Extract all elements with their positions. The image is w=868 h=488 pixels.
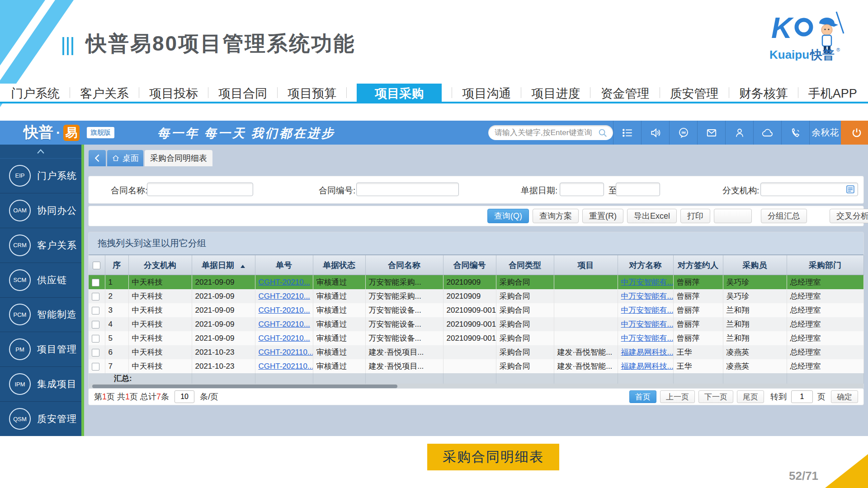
pager-button-首页[interactable]: 首页 [629,390,656,403]
column-header-采购员[interactable]: 采购员 [723,255,787,275]
column-header-项目[interactable]: 项目 [554,255,618,275]
column-header-对方签约人[interactable]: 对方签约人 [673,255,723,275]
top-nav-item[interactable]: 门户系统 [11,84,60,102]
party-link[interactable]: 福建易网科技... [621,348,674,357]
search-icon[interactable] [598,128,608,138]
search-input[interactable] [494,128,598,138]
row-checkbox[interactable] [92,363,99,371]
sidebar-item-ipm[interactable]: IPM集成项目 [0,367,81,402]
column-header-分支机构[interactable]: 分支机构 [128,255,192,275]
contract-name-input[interactable] [147,183,253,196]
tab-purchase-contract-detail[interactable]: 采购合同明细表 [145,150,212,166]
date-from-input[interactable] [560,183,604,196]
toolbar-button-重置(R)[interactable]: 重置(R) [582,209,623,223]
column-header-单据日期[interactable]: 单据日期 [192,255,255,275]
row-checkbox[interactable] [92,349,99,357]
table-row[interactable]: 5中天科技2021-09-09CGHT-20210...审核通过万安智能设备..… [89,331,863,345]
sidebar-item-crm[interactable]: CRM客户关系 [0,228,81,263]
table-row[interactable]: 7中天科技2021-10-23CGHT-202110...审核通过建发·吾悦项目… [89,359,863,373]
party-link[interactable]: 福建易网科技... [621,362,674,371]
group-drop-zone[interactable]: 拖拽列头到这里以用它分组 [89,232,863,255]
doc-no-link[interactable]: CGHT-20210... [259,334,310,343]
column-header-合同名称[interactable]: 合同名称 [365,255,443,275]
scrollbar-thumb[interactable] [92,385,397,388]
toolbar-button-查询方案[interactable]: 查询方案 [533,209,579,223]
row-checkbox[interactable] [92,279,99,286]
row-checkbox[interactable] [92,293,99,300]
column-header-采购部门[interactable]: 采购部门 [787,255,863,275]
top-nav-item[interactable]: 项目预算 [288,84,336,102]
branch-picker-icon[interactable] [846,185,854,193]
column-header-序[interactable]: 序 [105,255,128,275]
row-checkbox[interactable] [92,335,99,343]
user-icon[interactable] [725,121,753,145]
back-button[interactable] [89,150,106,166]
confirm-button[interactable]: 确定 [831,390,858,403]
doc-no-link[interactable]: CGHT-20210... [259,306,310,314]
sidebar-item-pm[interactable]: PM项目管理 [0,332,81,367]
top-nav-item[interactable]: 财务核算 [739,84,788,102]
column-header-单据状态[interactable]: 单据状态 [313,255,365,275]
table-row[interactable]: 6中天科技2021-10-23CGHT-202110...审核通过建发·吾悦项目… [89,345,863,359]
sidebar-collapse-button[interactable] [0,145,81,159]
select-all-header[interactable] [89,255,105,275]
row-checkbox[interactable] [92,307,99,314]
table-row[interactable]: 4中天科技2021-09-09CGHT-20210...审核通过万安智能设备..… [89,317,863,331]
top-nav-item[interactable]: 项目采购 [357,84,442,102]
party-link[interactable]: 中万安智能有... [621,334,674,343]
column-header-单号[interactable]: 单号 [255,255,313,275]
sidebar-item-scm[interactable]: SCM供应链 [0,263,81,298]
top-nav-item[interactable]: 客户关系 [80,84,129,102]
list-icon[interactable] [613,121,641,145]
party-link[interactable]: 中万安智能有... [621,278,674,286]
sound-icon[interactable] [641,121,669,145]
sidebar-item-oam[interactable]: OAM协同办公 [0,193,81,228]
im-icon[interactable]: IM [669,121,697,145]
pager-button-尾页[interactable]: 尾页 [737,390,764,403]
table-row[interactable]: 2中天科技2021-09-09CGHT-20210...审核通过万安智能采购..… [89,289,863,303]
branch-input[interactable] [760,183,858,196]
goto-page-input[interactable] [791,390,813,403]
top-nav-item[interactable]: 项目投标 [149,84,198,102]
toolbar-button-分组汇总[interactable]: 分组汇总 [761,209,807,223]
top-nav-item[interactable]: 手机APP [808,84,857,102]
logout-power-button[interactable] [841,121,868,145]
toolbar-button-导出Excel[interactable]: 导出Excel [627,209,677,223]
page-size-input[interactable] [175,390,194,403]
date-to-input[interactable] [616,183,660,196]
global-search[interactable] [488,125,613,140]
username[interactable]: 余秋花 [809,121,841,145]
sidebar-item-pcm[interactable]: PCM智能制造 [0,298,81,333]
column-header-合同类型[interactable]: 合同类型 [496,255,554,275]
contract-code-input[interactable] [356,183,459,196]
sidebar-item-qsm[interactable]: QSM质安管理 [0,402,81,436]
column-header-合同编号[interactable]: 合同编号 [443,255,496,275]
toolbar-button-打印[interactable]: 打印 [680,209,710,223]
top-nav-item[interactable]: 资金管理 [601,84,650,102]
cloud-icon[interactable] [753,121,781,145]
top-nav-item[interactable]: 项目沟通 [462,84,511,102]
toolbar-button-查询(Q)[interactable]: 查询(Q) [487,209,529,223]
toolbar-button-blank[interactable] [714,209,752,223]
pager-button-上一页[interactable]: 上一页 [660,390,695,403]
toolbar-button-交叉分析[interactable]: 交叉分析 [830,209,868,223]
top-nav-item[interactable]: 项目合同 [218,84,267,102]
doc-no-link[interactable]: CGHT-202110... [259,362,313,371]
party-link[interactable]: 中万安智能有... [621,306,674,314]
doc-no-link[interactable]: CGHT-20210... [259,320,310,328]
doc-no-link[interactable]: CGHT-20210... [259,292,310,300]
mail-icon[interactable] [697,121,725,145]
party-link[interactable]: 中万安智能有... [621,320,674,328]
sidebar-item-eip[interactable]: EIP门户系统 [0,159,81,193]
party-link[interactable]: 中万安智能有... [621,292,674,300]
table-row[interactable]: 3中天科技2021-09-09CGHT-20210...审核通过万安智能设备..… [89,303,863,317]
column-header-对方名称[interactable]: 对方名称 [618,255,673,275]
table-row[interactable]: 1中天科技2021-09-09CGHT-20210...审核通过万安智能采购..… [89,275,863,290]
row-checkbox[interactable] [92,321,99,328]
tab-desktop[interactable]: 桌面 [107,150,143,166]
doc-no-link[interactable]: CGHT-20210... [259,278,310,286]
top-nav-item[interactable]: 质安管理 [670,84,719,102]
pager-button-下一页[interactable]: 下一页 [698,390,733,403]
phone-icon[interactable] [781,121,809,145]
select-all-checkbox[interactable] [93,262,100,269]
